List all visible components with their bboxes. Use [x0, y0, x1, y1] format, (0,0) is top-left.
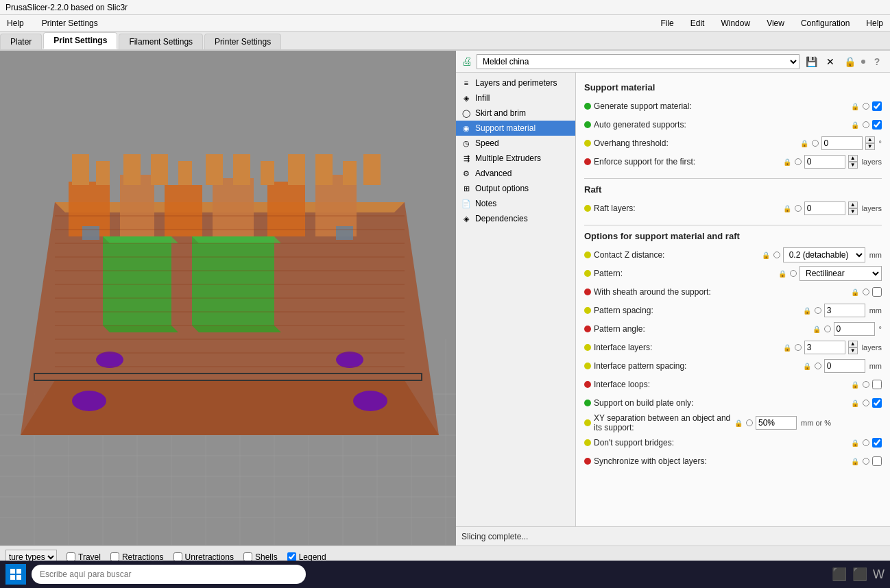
menu-edit[interactable]: Edit	[686, 17, 709, 29]
dot-pattern	[584, 270, 591, 277]
svg-rect-36	[72, 154, 89, 185]
dot-pattern-angle	[584, 326, 591, 332]
menu-file[interactable]: File	[656, 17, 677, 29]
menu-bar: Help Printer Settings File Edit Window V…	[0, 15, 890, 32]
sidebar-item-skirt[interactable]: ◯ Skirt and brim	[456, 106, 575, 121]
lock-interface-layers[interactable]: 🔒	[782, 343, 792, 352]
checkbox-synchronize[interactable]	[872, 456, 882, 466]
lock-synchronize[interactable]: 🔒	[850, 456, 860, 466]
checkbox-generate-support[interactable]	[872, 101, 882, 111]
spinner-interface-up[interactable]: ▲	[848, 341, 858, 347]
taskbar-icon-2[interactable]: ⬛	[852, 567, 867, 582]
spinner-enforce-up[interactable]: ▲	[848, 155, 858, 162]
input-enforce-support[interactable]	[804, 155, 845, 169]
lock-build-plate[interactable]: 🔒	[850, 398, 860, 408]
spinner-interface-down[interactable]: ▼	[848, 347, 858, 354]
menu-window[interactable]: Window	[717, 17, 754, 29]
svg-point-49	[353, 391, 387, 411]
sidebar-item-layers[interactable]: ≡ Layers and perimeters	[456, 75, 575, 90]
svg-rect-33	[213, 178, 254, 236]
lock-raft-layers[interactable]: 🔒	[782, 204, 792, 213]
lock-dont-support-bridges[interactable]: 🔒	[850, 438, 860, 448]
scene-container	[0, 51, 456, 546]
sidebar-item-label: Notes	[475, 199, 496, 208]
input-interface-spacing[interactable]	[824, 359, 865, 373]
spinner-raft-layers: ▲ ▼	[848, 201, 858, 215]
spinner-overhang-down[interactable]: ▼	[865, 143, 875, 150]
taskbar-search-input[interactable]	[32, 565, 306, 584]
unit-enforce-support: layers	[862, 158, 882, 166]
lock-interface-loops[interactable]: 🔒	[850, 380, 860, 389]
taskbar-icon-3[interactable]: W	[873, 567, 885, 582]
svg-point-51	[336, 352, 363, 368]
help-button[interactable]: ?	[869, 54, 885, 69]
spinner-enforce-down[interactable]: ▼	[848, 162, 858, 169]
spinner-raft-up[interactable]: ▲	[848, 201, 858, 208]
unit-raft-layers: layers	[862, 204, 882, 212]
menu-configuration[interactable]: Configuration	[797, 17, 854, 29]
taskbar-icon-1[interactable]: ⬛	[832, 567, 847, 582]
close-profile-button[interactable]: ✕	[823, 54, 838, 69]
setting-interface-layers: Interface layers: 🔒 ▲ ▼ layers	[584, 339, 882, 356]
input-raft-layers[interactable]	[804, 201, 845, 215]
lock-pattern[interactable]: 🔒	[778, 269, 787, 278]
tab-print-settings[interactable]: Print Settings	[43, 32, 117, 49]
checkbox-interface-loops[interactable]	[872, 380, 882, 389]
svg-marker-25	[192, 236, 274, 326]
start-button[interactable]	[5, 564, 26, 585]
svg-point-48	[72, 391, 106, 411]
lock-enforce-support[interactable]: 🔒	[782, 157, 792, 167]
checkbox-build-plate[interactable]	[872, 398, 882, 408]
save-profile-button[interactable]: 💾	[804, 54, 819, 69]
setting-generate-support: Generate support material: 🔒	[584, 98, 882, 114]
checkbox-sheath[interactable]	[872, 287, 882, 297]
lock-overhang[interactable]: 🔒	[799, 138, 809, 148]
lock-profile-button[interactable]: 🔒	[842, 54, 857, 69]
unit-interface-layers: layers	[862, 343, 882, 352]
viewport[interactable]	[0, 51, 456, 546]
lock-interface-spacing[interactable]: 🔒	[802, 361, 812, 371]
lock-pattern-angle[interactable]: 🔒	[812, 324, 821, 334]
setting-overhang: Overhang threshold: 🔒 ▲ ▼ °	[584, 135, 882, 151]
input-xy-separation[interactable]	[756, 416, 797, 430]
lock-auto-support[interactable]: 🔒	[850, 120, 860, 130]
lock-sheath[interactable]: 🔒	[850, 287, 860, 297]
circle-pattern-angle	[824, 326, 831, 332]
unit-pattern-angle: °	[879, 325, 882, 333]
profile-select[interactable]: Meldel china	[477, 54, 799, 69]
sidebar-item-output[interactable]: ⊞ Output options	[456, 181, 575, 196]
divider-raft	[584, 178, 882, 179]
setting-xy-separation: XY separation between an object and its …	[584, 413, 882, 432]
sidebar-item-notes[interactable]: 📄 Notes	[456, 196, 575, 211]
sidebar-item-infill[interactable]: ◈ Infill	[456, 90, 575, 106]
sidebar-item-support[interactable]: ◉ Support material	[456, 121, 575, 136]
checkbox-dont-support-bridges[interactable]	[872, 438, 882, 448]
checkbox-auto-support[interactable]	[872, 120, 882, 130]
input-overhang[interactable]	[821, 136, 863, 150]
svg-marker-28	[103, 326, 178, 332]
layers-icon: ≡	[461, 78, 471, 88]
sidebar-item-advanced[interactable]: ⚙ Advanced	[456, 166, 575, 181]
menu-view[interactable]: View	[762, 17, 789, 29]
input-interface-layers[interactable]	[804, 341, 845, 354]
tab-printer-settings[interactable]: Printer Settings	[204, 34, 281, 49]
help-menu-left[interactable]: Help	[3, 17, 28, 29]
tab-filament-settings[interactable]: Filament Settings	[119, 34, 203, 49]
sidebar-item-extruders[interactable]: ⇶ Multiple Extruders	[456, 151, 575, 166]
input-pattern-angle[interactable]	[834, 322, 875, 336]
spinner-raft-down[interactable]: ▼	[848, 208, 858, 215]
profile-icon: 🖨	[461, 56, 472, 68]
dependencies-icon: ◈	[461, 214, 471, 223]
sidebar-item-dependencies[interactable]: ◈ Dependencies	[456, 211, 575, 226]
lock-contact-z[interactable]: 🔒	[761, 250, 771, 260]
lock-pattern-spacing[interactable]: 🔒	[802, 306, 812, 315]
select-contact-z[interactable]: 0.2 (detachable)	[783, 247, 865, 262]
lock-generate-support[interactable]: 🔒	[850, 101, 860, 111]
menu-help[interactable]: Help	[862, 17, 887, 29]
tab-plater[interactable]: Plater	[0, 34, 42, 49]
spinner-overhang-up[interactable]: ▲	[865, 136, 875, 143]
select-pattern[interactable]: Rectilinear	[799, 266, 882, 281]
sidebar-item-speed[interactable]: ◷ Speed	[456, 136, 575, 151]
lock-xy-separation[interactable]: 🔒	[734, 418, 743, 428]
input-pattern-spacing[interactable]	[824, 304, 865, 317]
